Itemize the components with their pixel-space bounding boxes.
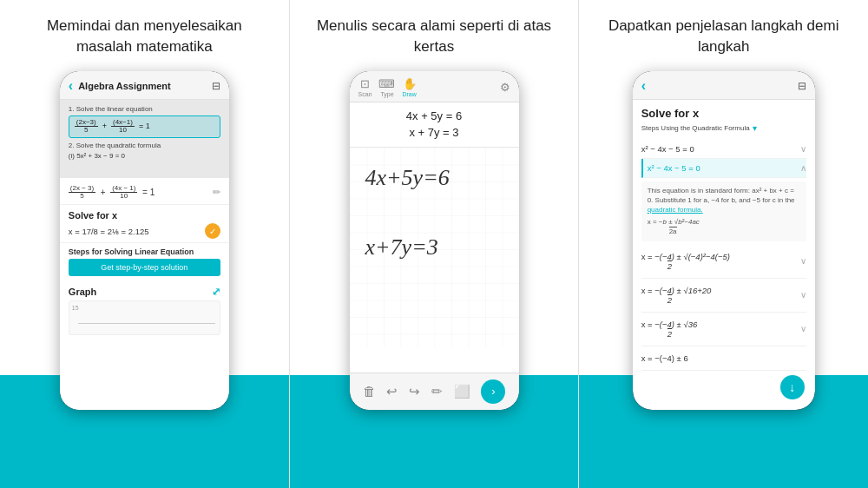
eraser-icon[interactable]: ⬜ (454, 384, 470, 399)
step-row-3[interactable]: x = −(−4) ± √(−4)²−4(−5) 2 ∨ (641, 245, 806, 279)
col2: Menulis secara alami seperti di atas ker… (289, 0, 580, 488)
quadratic-link[interactable]: quadratic formula. (648, 206, 703, 214)
back-icon[interactable]: ‹ (69, 78, 73, 94)
chevron3-icon: ∨ (800, 256, 806, 266)
graph-line (78, 323, 215, 324)
phone3-screen: ‹ ⊟ Solve for x Steps Using the Quadrati… (633, 71, 815, 410)
eq-display-text: (2x − 3)5 + (4x − 1)10 = 1 (69, 185, 155, 201)
scan-eq2-text: (i) 5x² + 3x − 9 = 0 (69, 152, 220, 160)
steps-dropdown-label: Steps Using the Quadratic Formula (641, 124, 750, 132)
col3-headline: Dapatkan penjelasan langkah demi langkah (579, 0, 868, 68)
scroll-down-button[interactable]: ↓ (780, 375, 805, 399)
tool-type[interactable]: ⌨ Type (378, 77, 395, 97)
step-expand-box: This equation is in standard form: ax² +… (641, 181, 806, 241)
scan-label2: 2. Solve the quadratic formula (69, 142, 220, 149)
step-row-6[interactable]: x = −(−4) ± 6 (641, 346, 806, 371)
back-icon-ph3[interactable]: ‹ (641, 78, 646, 94)
graph-label: Graph ⤢ (69, 286, 220, 298)
bookmark-icon[interactable]: ⊟ (212, 80, 220, 92)
graph-section: Graph ⤢ 15 (60, 281, 229, 340)
step-row-4[interactable]: x = −(−4) ± √16+20 2 ∨ (641, 279, 806, 313)
dropdown-arrow-icon: ▾ (753, 123, 757, 133)
eq-line2: x + 7y = 3 (358, 124, 510, 142)
solve-title: Solve for x (641, 107, 806, 120)
steps-label: Steps for Solving Linear Equation (60, 243, 229, 259)
scan-area: 1. Solve the linear equation (2x−3)5 + (… (60, 100, 229, 178)
solve-value-text: x = 17/8 = 2⅛ = 2.125 (69, 227, 149, 236)
col1-headline: Memindai dan menyelesaikan masalah matem… (0, 0, 289, 68)
quadratic-formula-text: x = −b ± √b²−4ac 2a (648, 217, 800, 236)
disp-frac1: (2x − 3)5 (69, 185, 95, 201)
scan-eq1-text: (2x−3)5 + (4x−1)10 = 1 (75, 122, 150, 130)
scan-tool-icon: ⊡ (360, 77, 370, 90)
redo-icon[interactable]: ↪ (409, 384, 420, 399)
col2-headline: Menulis secara alami seperti di atas ker… (290, 0, 579, 68)
steps-dropdown[interactable]: Steps Using the Quadratic Formula ▾ (641, 123, 806, 133)
graph-label-text: Graph (69, 287, 96, 297)
solve-section: Solve for x x = 17/8 = 2⅛ = 2.125 ✓ (60, 205, 229, 243)
handwritten-eq2: x+7y=3 (365, 234, 438, 260)
pen-icon[interactable]: ✏ (431, 384, 443, 399)
check-circle: ✓ (205, 223, 220, 239)
phone1-mockup: ‹ Algebra Assignment ⊟ 1. Solve the line… (60, 71, 229, 410)
step-row-5[interactable]: x = −(−4) ± √36 2 ∨ (641, 313, 806, 346)
step-row-1[interactable]: x² − 4x − 5 = 0 ∨ (641, 140, 806, 159)
step5-formula: x = −(−4) ± √36 2 (641, 317, 698, 341)
phone2-screen: ⊡ Scan ⌨ Type ✋ Draw ⚙ 4x + 5y = 6 (350, 71, 519, 410)
trash-icon[interactable]: 🗑 (363, 384, 376, 399)
step2-eq: x² − 4x − 5 = 0 (648, 163, 800, 173)
pencil-icon[interactable]: ✏ (213, 187, 220, 198)
expand-text: This equation is in standard form: ax² +… (648, 187, 795, 214)
phone2-canvas[interactable]: 4x+5y=6 x+7y=3 (350, 148, 519, 373)
col1: Memindai dan menyelesaikan masalah matem… (0, 0, 289, 488)
phone2-mockup: ⊡ Scan ⌨ Type ✋ Draw ⚙ 4x + 5y = 6 (350, 71, 519, 410)
step1-eq: x² − 4x − 5 = 0 (641, 144, 800, 154)
gear-icon[interactable]: ⚙ (500, 81, 510, 94)
chevron-down-icon: ∨ (800, 144, 806, 154)
step-btn[interactable]: Get step-by-step solution (69, 259, 220, 276)
phone1-header: ‹ Algebra Assignment ⊟ (60, 71, 229, 100)
disp-frac2: (4x − 1)10 (110, 185, 137, 201)
graph-mini: 15 (69, 300, 220, 335)
scan-tool-label: Scan (358, 91, 372, 97)
phone3-content: Solve for x Steps Using the Quadratic Fo… (633, 100, 815, 410)
step4-formula: x = −(−4) ± √16+20 2 (641, 283, 712, 307)
tool-scan[interactable]: ⊡ Scan (358, 77, 372, 97)
undo-icon[interactable]: ↩ (386, 384, 398, 399)
type-tool-icon: ⌨ (378, 77, 395, 90)
main-container: Memindai dan menyelesaikan masalah matem… (0, 0, 868, 488)
phone2-equations: 4x + 5y = 6 x + 7y = 3 (350, 102, 519, 148)
type-tool-label: Type (380, 91, 393, 97)
draw-tool-label: Draw (402, 91, 416, 97)
phone1-content: (2x − 3)5 + (4x − 1)10 = 1 ✏ Solve for x… (60, 178, 229, 410)
phone1-screen: ‹ Algebra Assignment ⊟ 1. Solve the line… (60, 71, 229, 410)
frac2: (4x−1)10 (111, 119, 135, 135)
col3: Dapatkan penjelasan langkah demi langkah… (579, 0, 868, 488)
phone2-toolbar: ⊡ Scan ⌨ Type ✋ Draw ⚙ (350, 71, 519, 102)
bookmark-icon-ph3[interactable]: ⊟ (798, 80, 806, 92)
step3-formula: x = −(−4) ± √(−4)²−4(−5) 2 (641, 249, 730, 274)
expand-icon[interactable]: ⤢ (212, 286, 220, 298)
graph-num: 15 (72, 305, 79, 311)
send-button[interactable]: › (481, 379, 505, 404)
handwritten-eq1: 4x+5y=6 (365, 165, 450, 191)
solve-label: Solve for x (69, 210, 220, 221)
eq-line1: 4x + 5y = 6 (358, 108, 510, 125)
solve-value: x = 17/8 = 2⅛ = 2.125 ✓ (69, 223, 220, 239)
eq-display-row: (2x − 3)5 + (4x − 1)10 = 1 ✏ (60, 178, 229, 206)
step6-formula: x = −(−4) ± 6 (641, 351, 688, 366)
frac1: (2x−3)5 (75, 119, 98, 135)
step-row-2[interactable]: x² − 4x − 5 = 0 ∧ (641, 159, 806, 178)
phone2-bottom-bar: 🗑 ↩ ↪ ✏ ⬜ › (350, 373, 519, 410)
chevron-up-icon: ∧ (800, 163, 806, 173)
tool-draw[interactable]: ✋ Draw (402, 77, 416, 97)
phone3-mockup: ‹ ⊟ Solve for x Steps Using the Quadrati… (633, 71, 815, 410)
chevron4-icon: ∨ (800, 290, 806, 300)
scan-eq1: (2x−3)5 + (4x−1)10 = 1 (69, 115, 220, 139)
draw-tool-icon: ✋ (403, 77, 417, 90)
assignment-title: Algebra Assignment (78, 81, 207, 91)
scan-label1: 1. Solve the linear equation (69, 105, 220, 113)
phone3-header: ‹ ⊟ (633, 71, 815, 100)
chevron5-icon: ∨ (800, 324, 806, 333)
